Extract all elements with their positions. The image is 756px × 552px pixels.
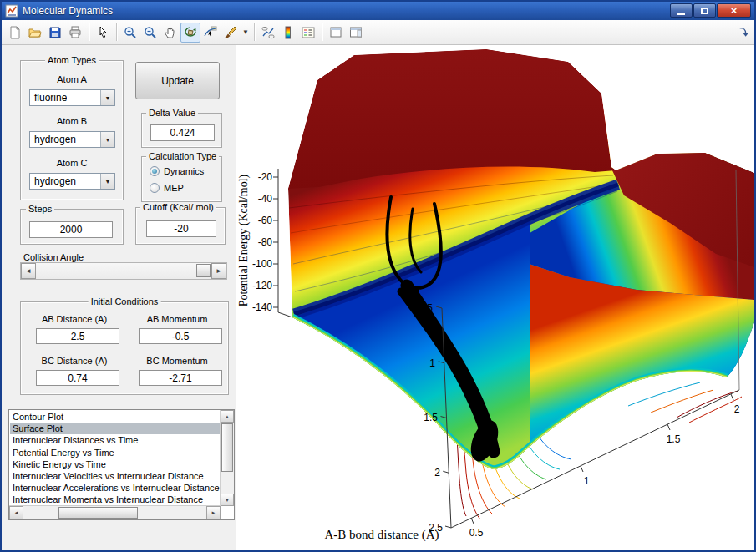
toolbar-separator — [89, 23, 89, 41]
pan-hand-icon — [164, 26, 177, 39]
window-title: Molecular Dynamics — [23, 5, 113, 17]
x-tick-label: 2 — [434, 467, 440, 479]
chevron-down-icon[interactable]: ▼ — [100, 132, 114, 147]
y-tick-label: 2 — [734, 403, 740, 415]
scroll-left-arrow[interactable]: ◄ — [9, 506, 23, 519]
slider-right-arrow[interactable]: ► — [211, 263, 226, 279]
minimize-icon — [677, 13, 685, 15]
mep-radio[interactable] — [150, 183, 160, 193]
minimize-button[interactable] — [670, 3, 693, 18]
scroll-up-arrow[interactable]: ▲ — [221, 410, 234, 423]
insert-legend-button[interactable] — [298, 23, 318, 43]
new-file-icon — [8, 26, 22, 39]
initial-conditions-group: Initial Conditions AB Distance (A) AB Mo… — [20, 301, 229, 395]
calculation-type-legend: Calculation Type — [146, 151, 219, 161]
bc-momentum-label: BC Momentum — [124, 356, 230, 366]
close-button[interactable]: × — [717, 3, 751, 18]
horizontal-scroll-thumb[interactable] — [58, 507, 138, 519]
vertical-scrollbar[interactable]: ▲ ▼ — [220, 410, 234, 506]
slider-track[interactable] — [36, 263, 211, 279]
atom-a-dropdown[interactable]: fluorine ▼ — [29, 89, 115, 106]
pan-button[interactable] — [160, 23, 180, 43]
rotate-3d-icon — [184, 26, 197, 39]
list-item[interactable]: Internuclear Momenta vs Internuclear Dis… — [10, 494, 220, 505]
data-cursor-button[interactable] — [200, 23, 221, 43]
atom-c-dropdown[interactable]: hydrogen ▼ — [29, 173, 115, 190]
scroll-right-arrow[interactable]: ► — [206, 506, 221, 519]
list-item[interactable]: Internuclear Distances vs Time — [10, 434, 220, 446]
rotate-3d-button[interactable] — [180, 23, 200, 43]
open-folder-icon — [28, 26, 42, 39]
vertical-scroll-thumb[interactable] — [221, 423, 233, 472]
cursor-arrow-icon — [96, 26, 109, 39]
edit-plot-button[interactable] — [93, 23, 113, 43]
list-item[interactable]: Internuclear Accelerations vs Internucle… — [10, 482, 220, 494]
steps-input[interactable]: 2000 — [29, 221, 113, 238]
delta-value-legend: Delta Value — [146, 108, 198, 118]
hide-plot-tools-button[interactable] — [326, 23, 346, 43]
list-item[interactable]: Potential Energy vs Time — [10, 447, 220, 458]
link-plot-icon — [261, 26, 275, 39]
horizontal-scroll-track[interactable] — [23, 506, 206, 519]
control-panel: Atom Types Atom A fluorine ▼ Atom B hydr… — [2, 45, 236, 550]
toolbar-separator — [254, 23, 255, 41]
update-button[interactable]: Update — [135, 62, 220, 99]
plot-area: -20 -40 -60 -80 -100 -120 -140 0.5 1 1.5… — [236, 45, 754, 550]
scroll-down-arrow[interactable]: ▼ — [221, 494, 234, 506]
slider-thumb[interactable] — [196, 264, 211, 277]
atom-b-dropdown[interactable]: hydrogen ▼ — [29, 131, 115, 148]
figure-body: Atom Types Atom A fluorine ▼ Atom B hydr… — [2, 45, 754, 550]
brush-dropdown-button[interactable]: ▼ — [241, 23, 251, 43]
brush-icon — [224, 26, 237, 39]
z-tick-label: -20 — [258, 171, 273, 183]
link-plot-button[interactable] — [258, 23, 278, 43]
list-item[interactable]: Internuclear Velocities vs Internuclear … — [10, 470, 220, 482]
x-tick-label: 0.5 — [419, 302, 433, 314]
surface-plot[interactable]: -20 -40 -60 -80 -100 -120 -140 0.5 1 1.5… — [236, 45, 754, 550]
steps-group: Steps 2000 — [20, 209, 124, 245]
delta-value-input[interactable]: 0.424 — [150, 124, 215, 141]
print-button[interactable] — [65, 23, 85, 43]
collision-angle-slider[interactable]: ◄ ► — [20, 262, 227, 280]
slider-left-arrow[interactable]: ◄ — [21, 263, 36, 279]
insert-colorbar-button[interactable] — [278, 23, 298, 43]
z-tick-label: -80 — [258, 236, 273, 248]
show-plot-tools-button[interactable] — [346, 23, 366, 43]
new-file-button[interactable] — [5, 23, 25, 43]
chevron-down-icon[interactable]: ▼ — [100, 174, 114, 189]
maximize-button[interactable] — [693, 3, 716, 18]
dynamics-radio[interactable] — [150, 166, 160, 176]
print-icon — [68, 26, 82, 39]
bc-distance-input[interactable]: 0.74 — [36, 370, 119, 386]
bc-momentum-input[interactable]: -2.71 — [139, 370, 222, 386]
z-tick-labels: -20 -40 -60 -80 -100 -120 -140 — [252, 171, 272, 313]
chevron-down-icon[interactable]: ▼ — [100, 90, 114, 105]
ab-momentum-input[interactable]: -0.5 — [139, 328, 222, 344]
app-window: Molecular Dynamics × ▼ — [0, 0, 756, 552]
delta-value-group: Delta Value 0.424 — [141, 113, 222, 148]
energy-surface[interactable] — [288, 49, 754, 469]
dock-figure-icon[interactable] — [738, 26, 749, 38]
list-item[interactable]: Kinetic Energy vs Time — [10, 458, 220, 470]
save-button[interactable] — [45, 23, 65, 43]
list-item[interactable]: Contour Plot — [10, 411, 220, 423]
zoom-out-button[interactable] — [140, 23, 160, 43]
cutoff-input[interactable]: -20 — [146, 220, 216, 237]
titlebar: Molecular Dynamics × — [2, 2, 754, 20]
ab-distance-input[interactable]: 2.5 — [36, 328, 119, 344]
ab-momentum-label: AB Momentum — [124, 314, 230, 324]
save-icon — [48, 26, 62, 39]
brush-button[interactable] — [221, 23, 241, 43]
horizontal-scrollbar[interactable]: ◄ ► — [9, 505, 221, 519]
toolbar-separator — [322, 23, 322, 41]
plot-type-list: Contour Plot Surface Plot Internuclear D… — [10, 411, 220, 505]
plot-type-listbox[interactable]: Contour Plot Surface Plot Internuclear D… — [8, 409, 235, 520]
calculation-type-group: Calculation Type Dynamics MEP — [141, 156, 222, 202]
atom-types-group: Atom Types Atom A fluorine ▼ Atom B hydr… — [20, 60, 124, 200]
atom-a-value: fluorine — [30, 92, 67, 104]
dynamics-radio-label: Dynamics — [164, 166, 204, 176]
list-item-selected[interactable]: Surface Plot — [10, 423, 220, 434]
open-file-button[interactable] — [25, 23, 45, 43]
zoom-in-button[interactable] — [120, 23, 140, 43]
atom-c-value: hydrogen — [30, 175, 76, 187]
